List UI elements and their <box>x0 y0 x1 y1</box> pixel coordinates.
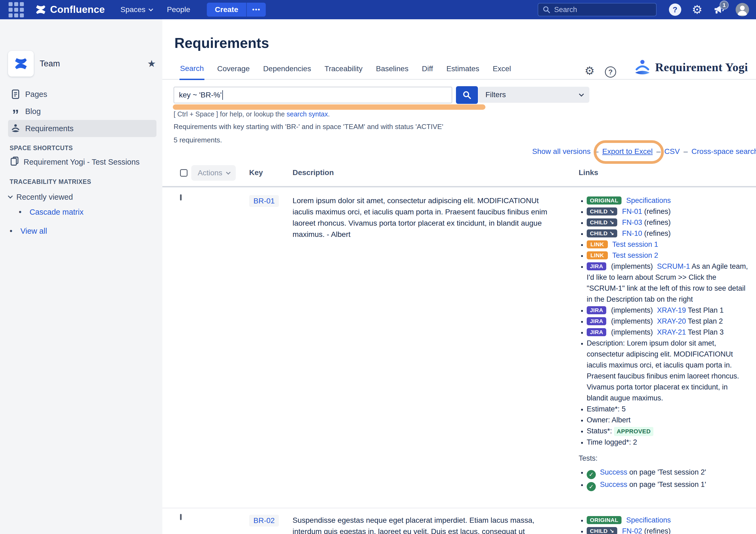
traceability-matrixes-header: TRACEABILITY MATRIXES <box>10 178 91 186</box>
result-count: 5 requirements. <box>174 136 222 144</box>
requirement-key-link[interactable]: BR-02 <box>249 515 279 526</box>
search-icon <box>462 90 472 100</box>
link[interactable]: FN-03 <box>622 218 642 226</box>
link[interactable]: XRAY-21 <box>657 328 686 336</box>
space-name[interactable]: Team <box>40 59 142 68</box>
people-menu[interactable]: People <box>167 5 190 14</box>
link[interactable]: FN-02 <box>622 527 642 534</box>
search-syntax-link[interactable]: search syntax <box>287 110 328 118</box>
yogi-icon <box>10 123 21 134</box>
link-type-badge: JIRA <box>587 306 606 314</box>
link[interactable]: FN-01 <box>622 207 642 216</box>
page-icon <box>10 89 21 99</box>
search-summary-text: Requirements with key starting with 'BR-… <box>174 123 444 131</box>
table-row: BR-02 Suspendisse egestas neque eget pla… <box>162 508 756 534</box>
link-type-badge: JIRA <box>587 317 606 325</box>
search-button[interactable] <box>456 86 478 104</box>
link-type-badge: ORIGINAL <box>587 516 622 524</box>
results-table-header: Actions Key Description Links <box>162 165 756 187</box>
spaces-menu[interactable]: Spaces <box>120 5 152 14</box>
chevron-down-icon <box>226 170 230 174</box>
tab[interactable]: Dependencies <box>262 64 311 79</box>
tab[interactable]: Estimates <box>446 64 480 79</box>
sidebar-link-view-all[interactable]: View all <box>10 227 47 236</box>
toolbar-link-item: Export to Excel <box>590 147 653 156</box>
row-checkbox[interactable] <box>180 514 182 520</box>
link[interactable]: Specifications <box>626 516 671 524</box>
link[interactable]: Test session 2 <box>612 251 658 259</box>
requirement-description: Lorem ipsum dolor sit amet, consectetur … <box>292 195 579 240</box>
sidebar-link-cascade-matrix[interactable]: Cascade matrix <box>19 208 84 216</box>
column-header-description: Description <box>292 165 579 177</box>
tab[interactable]: Coverage <box>217 64 250 79</box>
tab[interactable]: Traceability <box>324 64 363 79</box>
recently-viewed-toggle[interactable]: Recently viewed <box>9 193 73 202</box>
announcements-icon[interactable]: 1 <box>713 3 725 16</box>
question-help-icon[interactable]: ? <box>605 66 616 78</box>
top-navigation-bar: Confluence Spaces People Create ••• Sear… <box>0 0 756 19</box>
toolbar-link[interactable]: Cross-space search <box>691 147 756 156</box>
app-switcher-icon[interactable] <box>9 2 24 17</box>
link[interactable]: SCRUM-1 <box>657 262 690 270</box>
avatar[interactable] <box>736 3 749 16</box>
link[interactable]: Success <box>600 480 627 489</box>
tab[interactable]: Diff <box>421 64 434 79</box>
link-list-item: LINK Test session 2 <box>587 250 749 261</box>
settings-gear-icon[interactable]: ⚙ <box>584 65 595 77</box>
search-icon <box>543 6 551 13</box>
page-title: Requirements <box>175 35 269 51</box>
link[interactable]: XRAY-19 <box>657 306 686 314</box>
help-icon[interactable]: ? <box>669 4 681 16</box>
row-checkbox[interactable] <box>180 194 182 200</box>
link-type-badge: CHILD ↘ <box>587 527 617 534</box>
link-type-badge: JIRA <box>587 328 606 336</box>
link-list-item: Estimate*: 5 <box>587 404 749 415</box>
notification-badge: 1 <box>719 1 729 10</box>
link-list-item: Status*: APPROVED <box>587 426 749 437</box>
link-list-item: CHILD ↘ FN-03 (refines) <box>587 217 749 228</box>
sidebar-item-test-sessions[interactable]: Requirement Yogi - Test Sessions <box>8 154 157 169</box>
export-toolbar: Show all versions Export to Excel CSV Cr… <box>532 147 756 156</box>
toolbar-link[interactable]: Show all versions <box>532 147 591 156</box>
toolbar-link[interactable]: CSV <box>664 147 680 156</box>
link-list-item: Description: Lorem ipsum dolor sit amet,… <box>587 338 749 404</box>
sidebar-item-requirements[interactable]: Requirements <box>8 120 156 137</box>
link[interactable]: Success <box>600 468 627 476</box>
requirement-yogi-logo-icon <box>634 58 651 76</box>
link-list-item: Time logged*: 2 <box>587 437 749 448</box>
toolbar-link[interactable]: Export to Excel <box>602 147 653 156</box>
link[interactable]: Specifications <box>626 196 671 205</box>
actions-button[interactable]: Actions <box>191 165 236 181</box>
requirement-key-link[interactable]: BR-01 <box>249 195 279 207</box>
link[interactable]: FN-10 <box>622 229 642 238</box>
table-row: BR-01 Lorem ipsum dolor sit amet, consec… <box>162 189 756 508</box>
create-more-button[interactable]: ••• <box>246 3 266 16</box>
query-text: key ~ 'BR-%' <box>179 91 222 99</box>
tab[interactable]: Search <box>179 64 204 80</box>
gear-icon[interactable]: ⚙ <box>692 4 702 15</box>
link-list-item: CHILD ↘ FN-02 (refines) <box>587 526 749 534</box>
requirement-yogi-brand: Requirement Yogi <box>634 58 748 76</box>
space-header: Team ★ <box>8 51 156 77</box>
query-input[interactable]: key ~ 'BR-%' <box>174 87 452 103</box>
tab[interactable]: Baselines <box>375 64 409 79</box>
toolbar-link-item: Cross-space search <box>680 147 756 156</box>
link-type-badge: CHILD ↘ <box>587 229 617 238</box>
favorite-star-icon[interactable]: ★ <box>147 58 156 69</box>
select-all-checkbox[interactable] <box>180 169 188 177</box>
sidebar-item-label: Requirements <box>25 124 74 133</box>
filters-dropdown[interactable]: Filters <box>478 87 589 103</box>
link-list-item: JIRA (implements) XRAY-21 Test Plan 3 <box>587 327 749 338</box>
search-placeholder: Search <box>554 6 577 14</box>
space-logo[interactable] <box>8 51 34 77</box>
search-help-text: [ Ctrl + Space ] for help, or lookup the… <box>174 110 330 118</box>
sidebar-item-pages[interactable]: Pages <box>8 86 156 103</box>
global-search-input[interactable]: Search <box>538 3 657 16</box>
link-list-item: JIRA (implements) SCRUM-1 As an Agile te… <box>587 261 749 305</box>
create-button[interactable]: Create <box>207 3 246 16</box>
tab[interactable]: Excel <box>492 64 511 79</box>
link[interactable]: XRAY-20 <box>657 317 686 325</box>
link[interactable]: Test session 1 <box>612 241 658 248</box>
sidebar-item-blog[interactable]: ” Blog <box>8 103 156 120</box>
link-type-badge: ORIGINAL <box>587 196 622 205</box>
